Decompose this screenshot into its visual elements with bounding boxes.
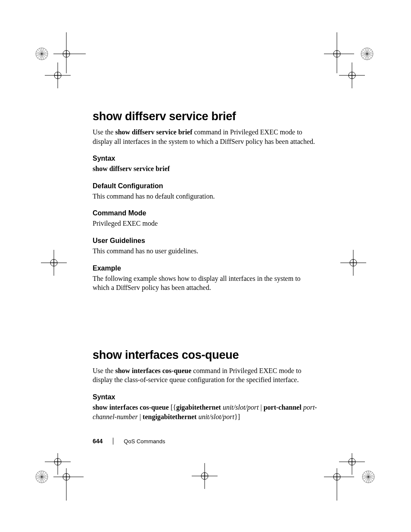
user-guidelines-heading: User Guidelines bbox=[93, 237, 319, 245]
svg-line-13 bbox=[40, 48, 44, 59]
svg-line-8 bbox=[37, 50, 46, 58]
svg-point-16 bbox=[54, 72, 61, 79]
syntax-heading-2: Syntax bbox=[93, 393, 319, 401]
syn-t3: | bbox=[138, 413, 143, 420]
command-mode-heading: Command Mode bbox=[93, 209, 319, 217]
example-heading: Example bbox=[93, 264, 319, 272]
svg-line-31 bbox=[365, 48, 369, 59]
svg-point-77 bbox=[362, 471, 374, 483]
svg-point-5 bbox=[36, 48, 48, 60]
svg-line-81 bbox=[364, 473, 373, 481]
user-guidelines-text: This command has no user guidelines. bbox=[93, 246, 319, 256]
syn-b1: show interfaces cos-queue bbox=[93, 404, 169, 411]
heading-show-diffserv-service-brief: show diffserv service brief bbox=[93, 110, 319, 123]
svg-point-35 bbox=[349, 72, 355, 79]
svg-line-84 bbox=[366, 471, 371, 482]
svg-point-50 bbox=[201, 473, 208, 479]
intro-paragraph-2: Use the show interfaces cos-queue comman… bbox=[93, 366, 319, 385]
svg-point-45 bbox=[350, 259, 357, 266]
svg-point-2 bbox=[63, 50, 70, 57]
syntax-line-2: show interfaces cos-queue [{gigabitether… bbox=[93, 403, 319, 421]
syntax-heading: Syntax bbox=[93, 155, 319, 162]
default-configuration-heading: Default Configuration bbox=[93, 182, 319, 190]
footer-divider bbox=[113, 438, 113, 445]
svg-line-27 bbox=[363, 50, 371, 58]
svg-line-80 bbox=[364, 473, 373, 481]
syn-t1: [{ bbox=[169, 404, 176, 411]
syn-t4: }] bbox=[234, 413, 240, 420]
content-area: show diffserv service brief Use the show… bbox=[93, 110, 319, 424]
svg-point-58 bbox=[36, 471, 48, 483]
svg-line-29 bbox=[361, 52, 373, 56]
page: show diffserv service brief Use the show… bbox=[0, 0, 411, 532]
svg-line-62 bbox=[37, 473, 46, 481]
chapter-title: QoS Commands bbox=[124, 438, 165, 445]
heading-show-interfaces-cos-queue: show interfaces cos-queue bbox=[93, 348, 319, 362]
page-footer: 644 QoS Commands bbox=[93, 438, 165, 445]
syn-b2: gigabitethernet bbox=[176, 404, 221, 411]
svg-line-30 bbox=[361, 52, 373, 56]
intro2-command-name: show interfaces cos-queue bbox=[115, 367, 191, 374]
svg-line-63 bbox=[36, 475, 47, 479]
intro-text-pre: Use the bbox=[93, 128, 115, 136]
svg-line-83 bbox=[363, 475, 374, 479]
crop-mark-bottom-right bbox=[324, 453, 376, 505]
svg-point-88 bbox=[333, 473, 340, 480]
page-number: 644 bbox=[93, 438, 103, 445]
svg-point-69 bbox=[63, 473, 70, 480]
crop-mark-bottom-left bbox=[28, 453, 79, 505]
svg-line-82 bbox=[363, 475, 374, 479]
svg-line-85 bbox=[366, 471, 371, 482]
svg-point-24 bbox=[361, 48, 373, 60]
intro-command-name: show diffserv service brief bbox=[115, 128, 192, 136]
svg-point-40 bbox=[50, 259, 57, 266]
svg-point-74 bbox=[349, 458, 355, 465]
syn-i1: unit/slot/port bbox=[223, 404, 259, 411]
svg-line-10 bbox=[36, 52, 47, 56]
svg-line-11 bbox=[36, 52, 47, 56]
intro-paragraph: Use the show diffserv service brief comm… bbox=[93, 128, 319, 146]
crop-mark-top-left bbox=[28, 32, 79, 84]
crop-mark-center-bottom bbox=[181, 457, 233, 508]
crop-mark-mid-right bbox=[336, 241, 388, 293]
section-show-interfaces-cos-queue: show interfaces cos-queue Use the show i… bbox=[93, 348, 319, 421]
svg-line-12 bbox=[40, 48, 44, 59]
svg-line-28 bbox=[363, 50, 371, 58]
svg-line-32 bbox=[365, 48, 369, 59]
syn-b4: tengigabitethernet bbox=[143, 413, 196, 420]
svg-line-9 bbox=[37, 50, 46, 58]
syn-i3: unit/slot/port bbox=[198, 413, 234, 420]
example-text: The following example shows how to displ… bbox=[93, 274, 319, 292]
syn-b3: port-channel bbox=[264, 404, 302, 411]
command-mode-text: Privileged EXEC mode bbox=[93, 219, 319, 228]
intro2-text-pre: Use the bbox=[93, 367, 115, 374]
default-configuration-text: This command has no default configuratio… bbox=[93, 192, 319, 201]
crop-mark-mid-left bbox=[30, 241, 82, 293]
svg-point-55 bbox=[54, 458, 61, 465]
svg-point-21 bbox=[333, 50, 340, 57]
syn-t2: | bbox=[258, 404, 263, 411]
svg-line-64 bbox=[36, 475, 47, 479]
svg-line-66 bbox=[40, 471, 44, 482]
svg-line-65 bbox=[40, 471, 44, 482]
syntax-line: show diffserv service brief bbox=[93, 164, 319, 174]
crop-mark-top-right bbox=[324, 32, 376, 84]
svg-line-61 bbox=[37, 473, 46, 481]
